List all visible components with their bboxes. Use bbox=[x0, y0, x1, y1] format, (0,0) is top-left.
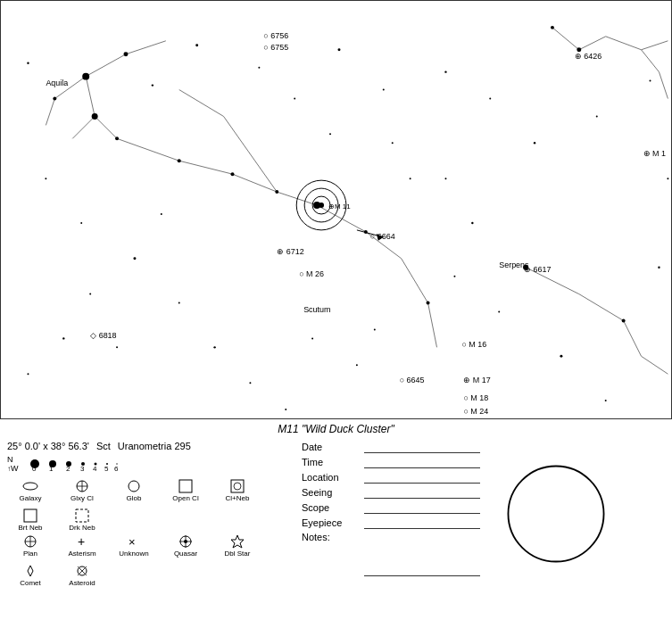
svg-text:3: 3 bbox=[80, 465, 85, 472]
svg-point-71 bbox=[658, 267, 660, 269]
symbol-asteroid: Asteroid bbox=[59, 563, 105, 587]
svg-point-66 bbox=[471, 222, 473, 224]
svg-rect-109 bbox=[24, 509, 37, 522]
svg-text:2: 2 bbox=[66, 465, 71, 472]
svg-point-48 bbox=[383, 89, 385, 91]
symbol-comet: Comet bbox=[7, 563, 54, 587]
svg-marker-120 bbox=[231, 535, 244, 548]
svg-point-105 bbox=[129, 481, 139, 492]
ngc6756-label: ○ 6756 bbox=[263, 31, 288, 40]
svg-point-59 bbox=[249, 382, 251, 384]
svg-point-79 bbox=[356, 364, 358, 366]
m17-label: ⊕ M 17 bbox=[463, 376, 490, 384]
notes-label: Notes: bbox=[302, 532, 364, 542]
symbol-unknown: × Unknown bbox=[111, 533, 157, 558]
svg-point-57 bbox=[178, 302, 180, 304]
svg-point-29 bbox=[92, 113, 98, 120]
svg-point-58 bbox=[213, 346, 215, 348]
scope-field[interactable] bbox=[364, 501, 480, 514]
symbol-glob: Glob bbox=[111, 478, 157, 502]
svg-point-63 bbox=[27, 373, 29, 375]
svg-point-33 bbox=[53, 97, 56, 101]
symbol-drk-neb: Drk Neb bbox=[59, 508, 105, 532]
svg-text:×: × bbox=[129, 535, 136, 549]
svg-point-44 bbox=[152, 84, 153, 86]
m18-label: ○ M 18 bbox=[463, 393, 488, 402]
symbol-dbl-star: Dbl Star bbox=[214, 533, 261, 558]
atlas-ref: Uranometria 295 bbox=[118, 441, 191, 451]
svg-point-74 bbox=[410, 178, 411, 179]
svg-point-73 bbox=[329, 133, 331, 135]
svg-text:1: 1 bbox=[49, 465, 54, 472]
svg-point-75 bbox=[453, 276, 455, 277]
svg-point-39 bbox=[427, 302, 430, 305]
symbol-cl-neb: Cl+Neb bbox=[214, 478, 261, 502]
svg-point-101 bbox=[23, 483, 37, 490]
symbol-quasar: Quasar bbox=[162, 533, 209, 558]
svg-point-52 bbox=[596, 115, 598, 117]
svg-text:5: 5 bbox=[104, 465, 109, 472]
notes-field[interactable] bbox=[364, 532, 480, 576]
observation-form: Date Time Location Seeing Scope Eyepiece bbox=[302, 441, 480, 587]
svg-point-119 bbox=[184, 540, 187, 543]
svg-point-69 bbox=[605, 400, 607, 401]
m1-label: ⊕ M 1 bbox=[643, 149, 666, 158]
svg-point-28 bbox=[82, 73, 89, 80]
constellation: Sct bbox=[96, 441, 111, 451]
svg-point-62 bbox=[62, 337, 64, 339]
svg-point-36 bbox=[231, 172, 235, 176]
svg-point-43 bbox=[27, 62, 29, 64]
svg-point-40 bbox=[551, 26, 554, 29]
ngc6426-label: ⊕ 6426 bbox=[575, 52, 601, 61]
svg-point-77 bbox=[116, 346, 118, 348]
m16-label: ○ M 16 bbox=[461, 340, 486, 349]
svg-point-125 bbox=[508, 466, 603, 561]
scope-label: Scope bbox=[302, 502, 364, 513]
symbol-asterism: + Asterism bbox=[59, 533, 105, 558]
info-bar: M11 "Wild Duck Cluster" 25° 0.0' x 38° 5… bbox=[0, 419, 672, 620]
eyepiece-label: Eyepiece bbox=[302, 517, 364, 528]
ngc6664-label: ○ 6664 bbox=[370, 232, 395, 241]
location-label: Location bbox=[302, 472, 364, 483]
seeing-label: Seeing bbox=[302, 487, 364, 498]
eyepiece-view bbox=[489, 441, 623, 587]
svg-point-56 bbox=[133, 257, 136, 260]
svg-point-64 bbox=[392, 142, 394, 144]
svg-text:4: 4 bbox=[93, 465, 97, 472]
svg-point-70 bbox=[667, 178, 668, 179]
svg-point-55 bbox=[80, 222, 82, 224]
location-field[interactable] bbox=[364, 471, 480, 484]
coordinates: 25° 0.0' x 38° 56.3' bbox=[7, 441, 89, 451]
svg-point-47 bbox=[337, 48, 340, 51]
svg-point-65 bbox=[444, 178, 446, 179]
svg-point-34 bbox=[115, 136, 119, 140]
svg-point-68 bbox=[560, 355, 562, 358]
date-field[interactable] bbox=[364, 441, 480, 453]
symbol-plan: Plan bbox=[7, 533, 54, 558]
m11-label: ⊕M 11 bbox=[328, 203, 351, 211]
svg-point-37 bbox=[275, 190, 278, 194]
svg-text:6: 6 bbox=[114, 465, 119, 472]
svg-point-49 bbox=[444, 70, 446, 72]
svg-point-78 bbox=[311, 337, 313, 339]
svg-point-60 bbox=[285, 409, 286, 410]
m24-label: ○ M 24 bbox=[463, 407, 488, 416]
svg-point-50 bbox=[489, 98, 491, 100]
svg-point-35 bbox=[178, 159, 181, 162]
svg-rect-106 bbox=[179, 480, 192, 492]
eyepiece-field[interactable] bbox=[364, 517, 480, 529]
svg-point-51 bbox=[534, 142, 535, 144]
time-label: Time bbox=[302, 457, 364, 467]
scutum-label: Scutum bbox=[303, 305, 330, 314]
date-label: Date bbox=[302, 442, 364, 452]
svg-point-61 bbox=[89, 293, 91, 295]
seeing-field[interactable] bbox=[364, 486, 480, 499]
time-field[interactable] bbox=[364, 456, 480, 468]
svg-rect-110 bbox=[76, 509, 88, 522]
svg-point-72 bbox=[294, 98, 295, 100]
symbol-brt-neb: Brt Neb bbox=[7, 508, 54, 532]
svg-point-84 bbox=[319, 203, 324, 208]
ngc6645-label: ○ 6645 bbox=[400, 376, 425, 384]
map-title: M11 "Wild Duck Cluster" bbox=[0, 419, 672, 437]
svg-point-54 bbox=[45, 178, 46, 179]
